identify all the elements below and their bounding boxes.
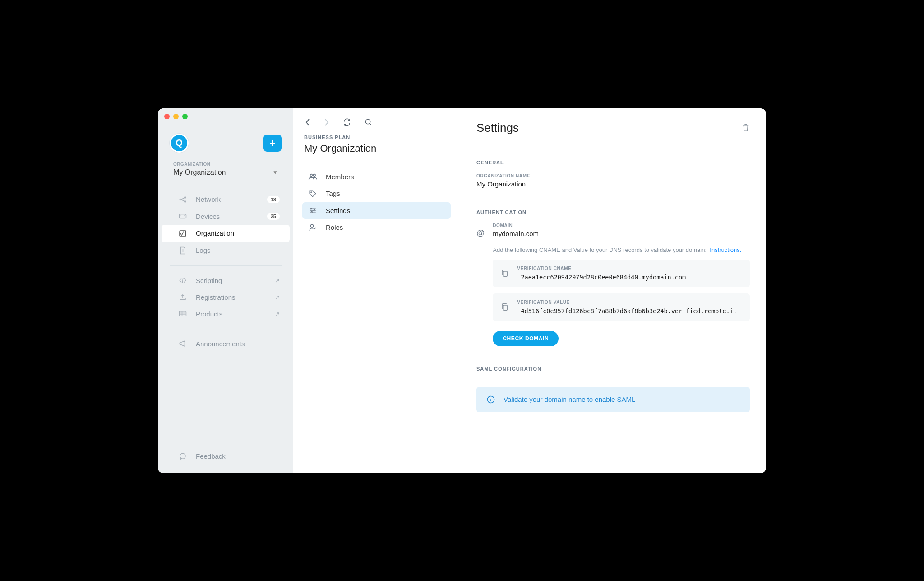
- svg-rect-15: [503, 271, 508, 276]
- products-icon: [178, 311, 188, 317]
- svg-point-9: [314, 174, 316, 177]
- subnav-members[interactable]: Members: [302, 168, 451, 185]
- refresh-icon: [343, 118, 351, 126]
- org-name-label: ORGANIZATION NAME: [476, 173, 750, 178]
- vvalue-label: VERIFICATION VALUE: [517, 300, 737, 305]
- copy-icon: [501, 269, 508, 277]
- sidebar-item-organization[interactable]: Organization: [162, 225, 290, 242]
- avatar[interactable]: Q: [170, 134, 189, 153]
- section-saml: SAML CONFIGURATION: [476, 366, 750, 372]
- window-controls: [164, 114, 188, 119]
- sidebar-item-label: Announcements: [196, 340, 280, 348]
- info-text: Validate your domain name to enable SAML: [504, 395, 635, 403]
- back-button[interactable]: [305, 118, 310, 126]
- section-general: GENERAL: [476, 160, 750, 165]
- at-icon: @: [476, 228, 485, 346]
- sidebar: Q ORGANIZATION My Organization ▼ Network…: [158, 108, 293, 473]
- sidebar-item-label: Organization: [196, 229, 280, 237]
- tag-icon: [308, 190, 318, 198]
- sidebar-item-feedback[interactable]: Feedback: [162, 448, 290, 465]
- divider: [302, 163, 451, 163]
- sidebar-item-label: Products: [196, 310, 267, 318]
- saml-info-bar: Validate your domain name to enable SAML: [476, 387, 750, 412]
- subnav-label: Settings: [326, 207, 350, 214]
- section-auth: AUTHENTICATION: [476, 209, 750, 215]
- org-name: My Organization: [173, 168, 226, 177]
- sidebar-item-products[interactable]: Products ↗: [162, 306, 290, 322]
- sidebar-item-label: Scripting: [196, 277, 267, 284]
- secondary-nav: BUSINESS PLAN My Organization Members Ta…: [293, 108, 460, 473]
- svg-rect-3: [180, 214, 186, 218]
- chevron-down-icon: ▼: [273, 169, 278, 176]
- code-icon: [178, 277, 188, 284]
- sidebar-item-scripting[interactable]: Scripting ↗: [162, 272, 290, 289]
- info-icon: [486, 395, 495, 404]
- svg-point-14: [311, 224, 314, 227]
- sidebar-item-announcements[interactable]: Announcements: [162, 335, 290, 352]
- subnav-roles[interactable]: Roles: [302, 219, 451, 236]
- cname-label: VERIFICATION CNAME: [517, 266, 686, 271]
- instructions-link[interactable]: Instructions.: [710, 246, 741, 253]
- external-link-icon: ↗: [275, 294, 280, 301]
- chevron-right-icon: [324, 118, 329, 126]
- delete-button[interactable]: [742, 123, 750, 132]
- search-icon: [365, 118, 373, 126]
- devices-icon: [178, 213, 188, 219]
- minimize-window[interactable]: [173, 114, 179, 119]
- domain-label: DOMAIN: [493, 223, 750, 228]
- verification-value-box: VERIFICATION VALUE _4d516fc0e957fd126bc8…: [493, 293, 750, 321]
- subnav-label: Roles: [326, 223, 343, 231]
- plus-icon: [269, 139, 276, 147]
- sidebar-item-registrations[interactable]: Registrations ↗: [162, 289, 290, 306]
- refresh-button[interactable]: [343, 118, 351, 126]
- org-selector[interactable]: My Organization ▼: [158, 167, 293, 185]
- upload-icon: [178, 293, 188, 301]
- svg-point-8: [310, 174, 313, 177]
- divider: [170, 329, 282, 329]
- trash-icon: [742, 123, 750, 132]
- chat-icon: [178, 452, 188, 460]
- add-button[interactable]: [263, 135, 282, 152]
- svg-rect-16: [503, 305, 508, 310]
- page-title: Settings: [476, 121, 519, 135]
- sidebar-item-label: Network: [196, 195, 259, 203]
- subnav-tags[interactable]: Tags: [302, 185, 451, 202]
- svg-point-2: [185, 201, 186, 202]
- sidebar-item-label: Feedback: [196, 452, 280, 460]
- sidebar-item-network[interactable]: Network 18: [162, 191, 290, 208]
- sidebar-item-devices[interactable]: Devices 25: [162, 208, 290, 225]
- external-link-icon: ↗: [275, 277, 280, 284]
- subnav-label: Members: [326, 173, 354, 181]
- subnav-label: Tags: [326, 190, 340, 197]
- logs-icon: [178, 246, 188, 255]
- svg-point-10: [311, 191, 312, 192]
- close-window[interactable]: [164, 114, 170, 119]
- sidebar-item-label: Logs: [196, 246, 280, 254]
- svg-rect-5: [180, 311, 186, 316]
- avatar-letter: Q: [176, 138, 183, 148]
- copy-cname-button[interactable]: [501, 269, 508, 277]
- settings-icon: [308, 207, 318, 214]
- verification-cname-box: VERIFICATION CNAME _2aea1ecc620942979d28…: [493, 260, 750, 287]
- sidebar-item-logs[interactable]: Logs: [162, 242, 290, 259]
- dns-help-text: Add the following CNAME and Value to you…: [493, 246, 750, 253]
- badge: 18: [267, 196, 280, 203]
- svg-point-0: [180, 199, 181, 200]
- cname-value: _2aea1ecc620942979d28c0ee0e684d40.mydoma…: [517, 274, 686, 281]
- org-title: My Organization: [302, 140, 451, 163]
- maximize-window[interactable]: [182, 114, 188, 119]
- copy-icon: [501, 303, 508, 311]
- copy-value-button[interactable]: [501, 303, 508, 311]
- subnav-settings[interactable]: Settings: [302, 202, 451, 219]
- help-text: Add the following CNAME and Value to you…: [493, 246, 707, 253]
- svg-point-13: [311, 211, 312, 213]
- divider: [170, 265, 282, 266]
- svg-point-12: [314, 210, 315, 211]
- sidebar-item-label: Devices: [196, 213, 259, 220]
- svg-point-11: [310, 208, 312, 209]
- svg-point-1: [185, 197, 186, 198]
- org-label: ORGANIZATION: [158, 162, 293, 167]
- forward-button: [324, 118, 329, 126]
- search-button[interactable]: [365, 118, 373, 126]
- check-domain-button[interactable]: CHECK DOMAIN: [493, 331, 559, 346]
